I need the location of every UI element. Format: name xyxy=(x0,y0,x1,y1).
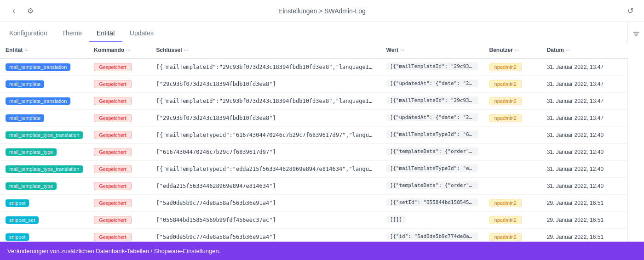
schluessel-cell: ["61674304470246c7b29c7f6839617d97"] xyxy=(151,144,381,161)
datum-cell: 31. Januar 2022, 13:47 xyxy=(541,93,621,110)
entity-badge[interactable]: mail_template_type_translation xyxy=(6,131,83,139)
nav-tabs: Konfiguration Theme Entität Updates ☰ xyxy=(0,22,644,42)
datum-cell: 31. Januar 2022, 12:40 xyxy=(541,178,621,195)
kommando-cell: Gespeichert xyxy=(88,144,150,161)
datum-col-menu[interactable]: ··· xyxy=(566,47,570,53)
table-container: Entität ··· Kommando ··· Schlüssel xyxy=(0,42,644,242)
wert-value: [{"setId": "055844bd15854569b... xyxy=(386,198,478,206)
schluessel-cell: ["edda215f563344628969e8947e814634"] xyxy=(151,178,381,195)
benutzer-badge: npadmin2 xyxy=(489,80,522,88)
entity-badge[interactable]: mail_template_type_translation xyxy=(6,165,83,173)
entity-badge[interactable]: mail_template_translation xyxy=(6,63,70,71)
entity-col-menu[interactable]: ··· xyxy=(24,47,29,53)
entity-cell: mail_template_type_translation xyxy=(0,161,88,178)
col-header-entity: Entität ··· xyxy=(0,42,88,58)
entity-badge[interactable]: snippet xyxy=(6,233,29,241)
kommando-col-menu[interactable]: ··· xyxy=(126,47,130,53)
entity-cell: mail_template xyxy=(0,110,88,127)
kommando-cell: Gespeichert xyxy=(88,110,150,127)
table-row: mail_template_type_translationGespeicher… xyxy=(0,161,644,178)
benutzer-cell: npadmin2 xyxy=(484,212,541,229)
filter-button[interactable] xyxy=(630,28,643,40)
schluessel-text: [{"mailTemplateId":"29c93bf073d243c18394… xyxy=(156,64,375,70)
col-header-kommando: Kommando ··· xyxy=(88,42,150,58)
kommando-badge: Gespeichert xyxy=(94,165,131,173)
table-row: mail_template_typeGespeichert["616743044… xyxy=(0,144,644,161)
wert-col-menu[interactable]: ··· xyxy=(400,47,404,53)
back-button[interactable]: ‹ xyxy=(7,5,20,17)
table-row: mail_templateGespeichert["29c93bf073d243… xyxy=(0,76,644,93)
schluessel-cell: [{"mailTemplateId":"29c93bf073d243c18394… xyxy=(151,58,381,76)
col-header-schluessel: Schlüssel ··· xyxy=(151,42,381,58)
kommando-cell: Gespeichert xyxy=(88,76,150,93)
entity-badge[interactable]: snippet xyxy=(6,199,29,207)
wert-cell: [{"setId": "055844bd15854569b... xyxy=(381,195,484,212)
schluessel-text: ["5ad0de5b9c774de8a58af563b36e91a4"] xyxy=(156,234,375,240)
entity-badge[interactable]: mail_template_type xyxy=(6,182,57,190)
kommando-badge: Gespeichert xyxy=(94,114,131,122)
wert-value: [[]] xyxy=(386,215,406,223)
benutzer-cell: npadmin2 xyxy=(484,229,541,242)
tab-entitaet[interactable]: Entität xyxy=(89,25,122,42)
wert-value: [{"updatedAt": {"date": "2022-... xyxy=(386,79,478,87)
benutzer-badge: npadmin2 xyxy=(489,233,522,241)
entity-cell: mail_template_translation xyxy=(0,58,88,76)
tab-konfiguration[interactable]: Konfiguration xyxy=(2,25,55,42)
kommando-badge: Gespeichert xyxy=(94,182,131,190)
benutzer-cell xyxy=(484,178,541,195)
schluessel-text: ["edda215f563344628969e8947e814634"] xyxy=(156,183,375,189)
benutzer-cell: npadmin2 xyxy=(484,76,541,93)
entity-badge[interactable]: mail_template_translation xyxy=(6,97,70,105)
schluessel-cell: [{"mailTemplateId":"29c93bf073d243c18394… xyxy=(151,93,381,110)
schluessel-text: [{"mailTemplateId":"29c93bf073d243c18394… xyxy=(156,98,375,104)
kommando-cell: Gespeichert xyxy=(88,93,150,110)
tab-theme[interactable]: Theme xyxy=(55,25,90,42)
kommando-badge: Gespeichert xyxy=(94,233,131,241)
table-row: snippetGespeichert["5ad0de5b9c774de8a58a… xyxy=(0,229,644,242)
schluessel-cell: [{"mailTemplateTypeId":"edda215f56334462… xyxy=(151,161,381,178)
entity-cell: snippet xyxy=(0,229,88,242)
col-header-datum: Datum ··· xyxy=(541,42,621,58)
datum-cell: 29. Januar 2022, 16:51 xyxy=(541,229,621,242)
col-header-action xyxy=(621,42,644,58)
bottom-bar-text: Veränderungen von zusätzlichen Datenbank… xyxy=(7,248,220,254)
col-header-wert: Wert ··· xyxy=(381,42,484,58)
schluessel-cell: ["29c93bf073d243c18394fbdb10fd3ea8"] xyxy=(151,110,381,127)
kommando-badge: Gespeichert xyxy=(94,199,131,207)
schluessel-col-menu[interactable]: ··· xyxy=(184,47,188,53)
top-bar: ‹ ⚙ Einstellungen > SWAdmin-Log ↺ xyxy=(0,0,644,22)
wert-value: [{"templateData": {"order": ["o... xyxy=(386,181,478,189)
entity-badge[interactable]: mail_template xyxy=(6,114,44,122)
kommando-badge: Gespeichert xyxy=(94,148,131,156)
datum-cell: 31. Januar 2022, 13:47 xyxy=(541,76,621,93)
wert-value: [{"templateData": {"order": ["o... xyxy=(386,147,478,155)
top-bar-left: ‹ ⚙ xyxy=(7,5,37,17)
refresh-button[interactable]: ↺ xyxy=(624,5,637,17)
tab-updates[interactable]: Updates xyxy=(122,25,161,42)
wert-cell: [{"templateData": {"order": ["o... xyxy=(381,178,484,195)
datum-cell: 31. Januar 2022, 13:47 xyxy=(541,58,621,76)
schluessel-text: ["29c93bf073d243c18394fbdb10fd3ea8"] xyxy=(156,81,375,87)
benutzer-badge: npadmin2 xyxy=(489,114,522,122)
schluessel-text: ["29c93bf073d243c18394fbdb10fd3ea8"] xyxy=(156,115,375,121)
schluessel-cell: ["055844bd15854569b99fdf456eec37ac"] xyxy=(151,212,381,229)
entity-badge[interactable]: mail_template xyxy=(6,80,44,88)
entity-cell: snippet xyxy=(0,195,88,212)
main-area: Entität ··· Kommando ··· Schlüssel xyxy=(0,42,644,242)
benutzer-col-menu[interactable]: ··· xyxy=(515,47,519,53)
kommando-badge: Gespeichert xyxy=(94,97,131,105)
entity-badge[interactable]: snippet_set xyxy=(6,216,39,224)
datum-cell: 31. Januar 2022, 12:40 xyxy=(541,161,621,178)
filter-icon xyxy=(632,30,640,38)
benutzer-badge: npadmin2 xyxy=(489,216,522,224)
kommando-cell: Gespeichert xyxy=(88,58,150,76)
table-row: mail_templateGespeichert["29c93bf073d243… xyxy=(0,110,644,127)
col-header-benutzer: Benutzer ··· xyxy=(484,42,541,58)
datum-cell: 29. Januar 2022, 16:51 xyxy=(541,212,621,229)
entity-badge[interactable]: mail_template_type xyxy=(6,148,57,156)
wert-value: [{"mailTemplateId": "29c93bf0... xyxy=(386,96,478,104)
wert-value: [{"updatedAt": {"date": "2022-... xyxy=(386,113,478,121)
settings-button[interactable]: ⚙ xyxy=(24,5,37,17)
breadcrumb: Einstellungen > SWAdmin-Log xyxy=(278,7,366,15)
benutzer-cell: npadmin2 xyxy=(484,58,541,76)
